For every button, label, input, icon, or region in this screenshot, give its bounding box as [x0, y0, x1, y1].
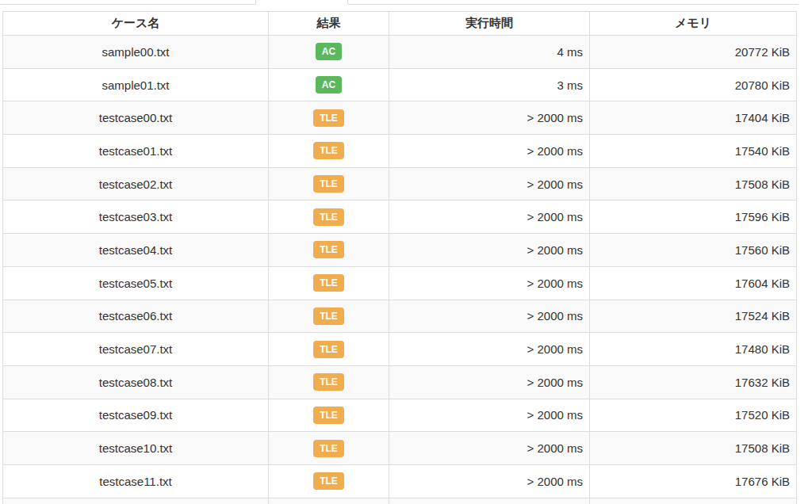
- table-row: testcase04.txt TLE > 2000 ms 17560 KiB: [3, 234, 797, 267]
- result-cell: TLE: [269, 167, 389, 200]
- execution-time-cell: > 2000 ms: [389, 167, 590, 200]
- case-name-cell: sample01.txt: [3, 68, 269, 101]
- status-badge: TLE: [313, 175, 344, 193]
- table-body: sample00.txt AC 4 ms 20772 KiB sample01.…: [3, 36, 797, 504]
- execution-time-cell: [389, 498, 590, 504]
- table-row: testcase07.txt TLE > 2000 ms 17480 KiB: [3, 333, 797, 366]
- memory-cell: 17524 KiB: [590, 300, 797, 333]
- memory-cell: 17632 KiB: [590, 365, 797, 399]
- status-badge: AC: [316, 43, 342, 60]
- status-badge: TLE: [313, 109, 344, 127]
- result-cell: TLE: [269, 135, 389, 168]
- table-row: sample01.txt AC 3 ms 20780 KiB: [3, 68, 797, 101]
- execution-time-cell: > 2000 ms: [389, 234, 590, 267]
- case-name-cell: testcase10.txt: [3, 432, 269, 465]
- case-name-cell: testcase08.txt: [3, 365, 269, 399]
- result-cell: TLE: [269, 300, 389, 333]
- status-badge: TLE: [313, 373, 344, 391]
- active-tab[interactable]: [255, 0, 348, 5]
- case-name-cell: testcase01.txt: [3, 135, 269, 168]
- status-badge: TLE: [313, 274, 344, 292]
- status-badge: TLE: [313, 208, 344, 226]
- memory-cell: 17480 KiB: [590, 333, 797, 366]
- case-name-cell: testcase11.txt: [3, 464, 269, 498]
- execution-time-cell: > 2000 ms: [389, 333, 590, 366]
- memory-cell: [590, 498, 797, 504]
- case-name-cell: testcase07.txt: [3, 333, 269, 366]
- execution-time-cell: > 2000 ms: [389, 365, 590, 399]
- status-badge: TLE: [313, 407, 344, 424]
- table-row: testcase11.txt TLE > 2000 ms 17676 KiB: [3, 464, 797, 498]
- case-name-cell: testcase06.txt: [3, 300, 269, 333]
- tab-bar: [0, 0, 799, 5]
- table-row-partial: [3, 498, 797, 504]
- status-badge: TLE: [313, 142, 344, 159]
- execution-time-cell: > 2000 ms: [389, 135, 590, 168]
- memory-cell: 17560 KiB: [590, 234, 797, 267]
- result-cell: TLE: [269, 432, 389, 465]
- result-cell: TLE: [269, 464, 389, 498]
- execution-time-cell: > 2000 ms: [389, 399, 590, 432]
- judge-results-table: ケース名 結果 実行時間 メモリ sample00.txt AC 4 ms 20…: [2, 11, 797, 504]
- column-header-result: 結果: [269, 12, 389, 36]
- case-name-cell: testcase09.txt: [3, 399, 269, 432]
- result-cell: AC: [269, 68, 389, 101]
- memory-cell: 20772 KiB: [590, 36, 797, 69]
- status-badge: TLE: [313, 241, 344, 258]
- table-row: testcase08.txt TLE > 2000 ms 17632 KiB: [3, 365, 797, 399]
- table-row: testcase03.txt TLE > 2000 ms 17596 KiB: [3, 200, 797, 234]
- result-cell: TLE: [269, 399, 389, 432]
- case-name-cell: testcase00.txt: [3, 101, 269, 135]
- status-badge: TLE: [313, 307, 344, 325]
- memory-cell: 17604 KiB: [590, 266, 797, 300]
- execution-time-cell: > 2000 ms: [389, 200, 590, 234]
- memory-cell: 17676 KiB: [590, 464, 797, 498]
- status-badge: AC: [316, 76, 342, 94]
- memory-cell: 17520 KiB: [590, 399, 797, 432]
- result-cell: TLE: [269, 101, 389, 135]
- memory-cell: 17540 KiB: [590, 135, 797, 168]
- column-header-execution-time: 実行時間: [389, 12, 590, 36]
- case-name-cell: testcase04.txt: [3, 234, 269, 267]
- result-cell: TLE: [269, 234, 389, 267]
- result-cell: TLE: [269, 266, 389, 300]
- table-row: testcase10.txt TLE > 2000 ms 17508 KiB: [3, 432, 797, 465]
- memory-cell: 17508 KiB: [590, 432, 797, 465]
- memory-cell: 17508 KiB: [590, 167, 797, 200]
- memory-cell: 20780 KiB: [590, 68, 797, 101]
- case-name-cell: testcase05.txt: [3, 266, 269, 300]
- execution-time-cell: > 2000 ms: [389, 101, 590, 135]
- case-name-cell: testcase03.txt: [3, 200, 269, 234]
- table-row: testcase06.txt TLE > 2000 ms 17524 KiB: [3, 300, 797, 333]
- case-name-cell: testcase02.txt: [3, 167, 269, 200]
- table-row: testcase05.txt TLE > 2000 ms 17604 KiB: [3, 266, 797, 300]
- execution-time-cell: > 2000 ms: [389, 266, 590, 300]
- status-badge: TLE: [313, 472, 344, 490]
- case-name-cell: sample00.txt: [3, 36, 269, 69]
- result-cell: TLE: [269, 365, 389, 399]
- execution-time-cell: 4 ms: [389, 36, 590, 69]
- result-cell: TLE: [269, 200, 389, 234]
- table-row: testcase00.txt TLE > 2000 ms 17404 KiB: [3, 101, 797, 135]
- status-badge: TLE: [313, 440, 344, 457]
- case-name-cell: [3, 498, 269, 504]
- status-badge: TLE: [313, 341, 344, 358]
- execution-time-cell: > 2000 ms: [389, 464, 590, 498]
- table-row: testcase02.txt TLE > 2000 ms 17508 KiB: [3, 167, 797, 200]
- table-row: testcase01.txt TLE > 2000 ms 17540 KiB: [3, 135, 797, 168]
- result-cell: TLE: [269, 333, 389, 366]
- memory-cell: 17404 KiB: [590, 101, 797, 135]
- table-header-row: ケース名 結果 実行時間 メモリ: [3, 12, 797, 36]
- execution-time-cell: > 2000 ms: [389, 300, 590, 333]
- column-header-memory: メモリ: [590, 12, 797, 36]
- result-cell: [269, 498, 389, 504]
- column-header-case-name: ケース名: [3, 12, 269, 36]
- execution-time-cell: > 2000 ms: [389, 432, 590, 465]
- table-row: sample00.txt AC 4 ms 20772 KiB: [3, 36, 797, 69]
- result-cell: AC: [269, 36, 389, 69]
- memory-cell: 17596 KiB: [590, 200, 797, 234]
- table-row: testcase09.txt TLE > 2000 ms 17520 KiB: [3, 399, 797, 432]
- execution-time-cell: 3 ms: [389, 68, 590, 101]
